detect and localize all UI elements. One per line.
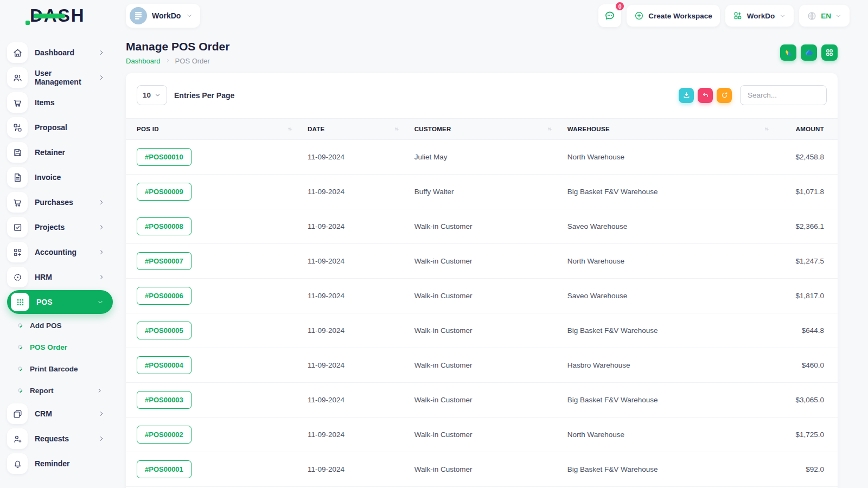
pos-id-badge[interactable]: #POS00004 xyxy=(137,356,192,374)
sidebar-item-retainer[interactable]: Retainer xyxy=(7,140,118,165)
pos-id-badge[interactable]: #POS00008 xyxy=(137,217,192,235)
sidebar-subitem-pos-order[interactable]: POS Order xyxy=(7,336,118,358)
table-header-row: POS ID DATE CUSTOMER WAREHOUSE AMOUNT xyxy=(126,119,838,140)
pos-id-badge[interactable]: #POS00002 xyxy=(137,426,192,444)
pos-id-badge[interactable]: #POS00006 xyxy=(137,287,192,305)
customer-cell: Walk-in Customer xyxy=(404,244,557,279)
amount-cell: $644.8 xyxy=(774,313,838,348)
sidebar-item-proposal[interactable]: Proposal xyxy=(7,115,118,140)
sidebar-subitem-add-pos[interactable]: Add POS xyxy=(7,314,118,336)
date-cell: 11-09-2024 xyxy=(297,418,404,452)
sort-icon xyxy=(546,126,553,133)
focus-circle-icon xyxy=(7,267,28,287)
pos-id-badge[interactable]: #POS00003 xyxy=(137,391,192,409)
chevron-down-icon xyxy=(779,12,786,20)
chevron-down-icon xyxy=(97,298,104,306)
sidebar-item-dashboard[interactable]: Dashboard xyxy=(7,40,118,65)
language-dropdown[interactable]: EN xyxy=(799,5,850,27)
pos-id-badge[interactable]: #POS00007 xyxy=(137,252,192,270)
refresh-button[interactable] xyxy=(717,88,732,103)
column-header-warehouse[interactable]: WAREHOUSE xyxy=(557,119,774,140)
amount-cell: $2,366.1 xyxy=(774,209,838,244)
column-header-amount[interactable]: AMOUNT xyxy=(774,119,838,140)
grid-view-button[interactable] xyxy=(821,44,838,61)
pos-id-badge[interactable]: #POS00005 xyxy=(137,322,192,339)
sidebar-item-label: CRM xyxy=(35,409,52,418)
sidebar-item-requests[interactable]: Requests xyxy=(7,426,118,451)
date-cell: 11-09-2024 xyxy=(297,140,404,175)
sidebar-item-user-management[interactable]: User Management xyxy=(7,65,118,90)
onedrive-button[interactable] xyxy=(801,44,817,61)
google-drive-button[interactable] xyxy=(780,44,796,61)
grid-plus-icon xyxy=(733,11,743,21)
brand-logo-dot xyxy=(25,21,30,25)
pos-id-cell: #POS00008 xyxy=(126,209,297,244)
refresh-icon xyxy=(720,91,729,99)
pos-id-badge[interactable]: #POS00010 xyxy=(137,148,192,166)
main-content: Manage POS Order Dashboard POS Order 10 … xyxy=(126,31,838,488)
users-icon xyxy=(7,67,28,88)
chevron-right-icon xyxy=(98,410,105,418)
undo-button[interactable] xyxy=(698,88,713,103)
brand-logo[interactable]: DASH xyxy=(0,5,126,26)
pos-id-badge[interactable]: #POS00009 xyxy=(137,183,192,201)
entries-per-page-label: Entries Per Page xyxy=(174,91,234,100)
sidebar-item-items[interactable]: Items xyxy=(7,90,118,115)
layers-icon xyxy=(7,403,28,424)
sidebar-item-invoice[interactable]: Invoice xyxy=(7,165,118,190)
breadcrumb-dashboard-link[interactable]: Dashboard xyxy=(126,57,161,65)
sidebar-subitem-print-barcode[interactable]: Print Barcode xyxy=(7,358,118,380)
amount-cell: $1,725.0 xyxy=(774,418,838,452)
bullet-icon xyxy=(17,344,23,350)
app-switcher-dropdown[interactable]: WorkDo xyxy=(725,5,794,27)
save-icon xyxy=(7,142,28,163)
sidebar-item-label: Retainer xyxy=(35,148,65,157)
table-row: #POS00004 11-09-2024 Walk-in Customer Ha… xyxy=(126,348,838,383)
warehouse-cell: Big Basket F&V Warehouse xyxy=(557,313,774,348)
column-header-customer[interactable]: CUSTOMER xyxy=(404,119,557,140)
chevron-right-icon xyxy=(165,57,171,65)
workspace-selector[interactable]: WorkDo xyxy=(126,4,200,28)
messages-badge: 0 xyxy=(615,1,625,11)
table-row: #POS00005 11-09-2024 Walk-in Customer Bi… xyxy=(126,313,838,348)
pos-id-cell: #POS00006 xyxy=(126,279,297,313)
onedrive-icon xyxy=(804,48,814,58)
create-workspace-button[interactable]: Create Workspace xyxy=(627,5,720,27)
sidebar-item-label: Proposal xyxy=(35,123,67,132)
search-input[interactable] xyxy=(740,85,827,105)
table-row: #POS00010 11-09-2024 Juliet May North Wa… xyxy=(126,140,838,175)
chevron-right-icon xyxy=(98,198,105,206)
sidebar-subitem-label: POS Order xyxy=(30,343,67,351)
pos-id-cell: #POS00009 xyxy=(126,175,297,209)
messages-button[interactable]: 0 xyxy=(598,4,621,27)
entries-per-page-select[interactable]: 10 xyxy=(137,85,167,105)
date-cell: 11-09-2024 xyxy=(297,452,404,487)
page-title: Manage POS Order xyxy=(126,40,229,53)
sidebar-item-accounting[interactable]: Accounting xyxy=(7,240,118,265)
sidebar-subitem-report[interactable]: Report xyxy=(7,380,118,401)
export-button[interactable] xyxy=(679,88,694,103)
column-header-pos-id[interactable]: POS ID xyxy=(126,119,297,140)
amount-cell: $1,817.0 xyxy=(774,279,838,313)
chevron-right-icon xyxy=(98,74,105,81)
date-cell: 11-09-2024 xyxy=(297,348,404,383)
warehouse-cell: North Warehouse xyxy=(557,140,774,175)
sidebar-item-purchases[interactable]: Purchases xyxy=(7,190,118,215)
column-header-date[interactable]: DATE xyxy=(297,119,404,140)
table-row: #POS00009 11-09-2024 Buffy Walter Big Ba… xyxy=(126,175,838,209)
sidebar-item-hrm[interactable]: HRM xyxy=(7,265,118,290)
warehouse-cell: North Warehouse xyxy=(557,418,774,452)
sidebar-item-projects[interactable]: Projects xyxy=(7,215,118,240)
check-square-icon xyxy=(7,217,28,237)
pos-id-cell: #POS00005 xyxy=(126,313,297,348)
warehouse-cell: Big Basket F&V Warehouse xyxy=(557,452,774,487)
pos-id-cell: #POS00010 xyxy=(126,140,297,175)
amount-cell: $1,071.8 xyxy=(774,175,838,209)
amount-cell: $460.0 xyxy=(774,348,838,383)
pos-id-badge[interactable]: #POS00001 xyxy=(137,460,192,478)
sidebar-item-pos[interactable]: POS xyxy=(7,290,113,314)
sidebar-item-crm[interactable]: CRM xyxy=(7,401,118,426)
bullet-icon xyxy=(17,365,23,371)
sidebar-item-reminder[interactable]: Reminder xyxy=(7,451,118,476)
sidebar-subitem-label: Add POS xyxy=(30,322,62,330)
